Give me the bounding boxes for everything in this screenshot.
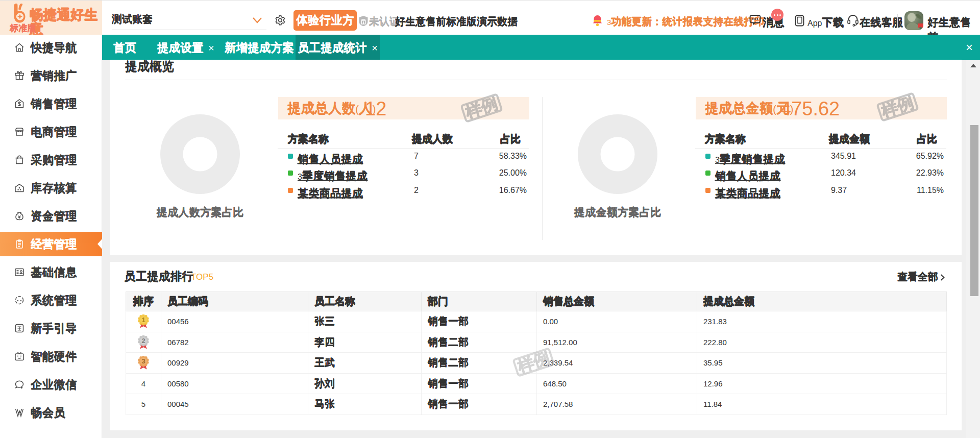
svg-text:1: 1: [141, 316, 145, 324]
svg-text:2: 2: [141, 337, 145, 345]
svg-text:3: 3: [141, 357, 145, 365]
